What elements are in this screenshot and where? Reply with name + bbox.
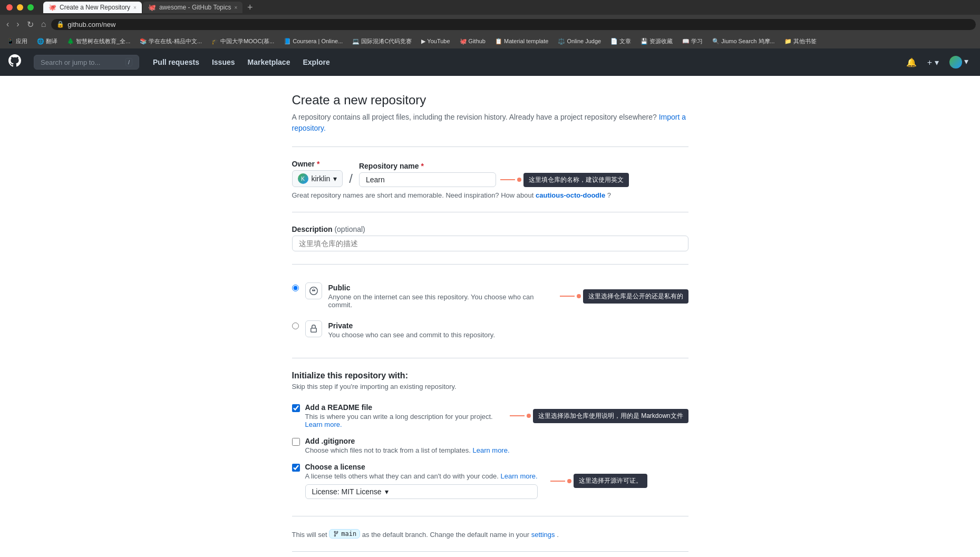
bookmark-study[interactable]: 📖学习 <box>680 36 705 46</box>
create-menu-button[interactable]: + ▾ <box>924 54 942 71</box>
bookmark-material[interactable]: 📋Material template <box>492 37 551 46</box>
bookmark-zhihushu[interactable]: 🌲智慧树在线教育_全... <box>64 36 133 46</box>
public-option: Public Anyone on the internet can see th… <box>292 277 547 315</box>
owner-avatar: K <box>298 173 308 184</box>
readme-desc: This is where you can write a long descr… <box>305 413 497 428</box>
minimize-btn[interactable] <box>17 4 23 11</box>
tab-close-2[interactable]: × <box>234 5 237 11</box>
page-subtitle: A repository contains all project files,… <box>292 112 688 134</box>
gitignore-learn-more-link[interactable]: Learn more. <box>472 446 509 454</box>
readme-learn-more-link[interactable]: Learn more. <box>305 421 342 428</box>
nav-marketplace[interactable]: Marketplace <box>242 54 296 71</box>
url-text: github.com/new <box>67 21 971 28</box>
license-select[interactable]: License: MIT License ▾ <box>305 484 538 499</box>
bookmark-translate[interactable]: 🌐翻译 <box>34 36 60 46</box>
search-bar[interactable]: Search or jump to... / <box>34 55 139 70</box>
main-content: Create a new repository A repository con… <box>0 76 980 557</box>
bookmark-resources[interactable]: 💾资源收藏 <box>638 36 675 46</box>
init-section-title: Initialize this repository with: <box>292 371 688 380</box>
public-option-row: Public Anyone on the internet can see th… <box>292 277 688 315</box>
github-nav: Search or jump to... / Pull requests Iss… <box>0 48 980 76</box>
nav-pull-requests[interactable]: Pull requests <box>148 54 205 71</box>
bookmark-coursera[interactable]: 📘Coursera | Online... <box>281 37 345 46</box>
bookmark-youtube[interactable]: ▶YouTube <box>419 37 452 46</box>
license-title: Choose a license <box>305 463 538 471</box>
public-content: Public Anyone on the internet can see th… <box>328 284 547 309</box>
bookmark-articles[interactable]: 📄文章 <box>608 36 634 46</box>
search-placeholder: Search or jump to... <box>41 58 100 66</box>
license-option-row: Choose a license A license tells others … <box>292 458 688 503</box>
private-desc: You choose who can see and commit to thi… <box>328 331 688 339</box>
private-icon <box>305 320 322 337</box>
branch-badge: main <box>329 529 360 539</box>
license-content: Choose a license A license tells others … <box>305 463 538 499</box>
gitignore-desc: Choose which files not to track from a l… <box>305 446 688 454</box>
license-tooltip-container: 这里选择开源许可证。 <box>550 474 647 488</box>
tooltip-visibility: 这里选择仓库是公开的还是私有的 <box>583 289 688 304</box>
repo-tooltip-container: 这里填仓库的名称，建议使用英文 <box>500 173 629 187</box>
forward-button[interactable]: › <box>14 18 21 30</box>
tab-icon-2: 🐙 <box>148 4 156 11</box>
suggestion-name[interactable]: cautious-octo-doodle <box>536 191 605 199</box>
refresh-button[interactable]: ↻ <box>25 18 36 31</box>
gitignore-content: Add .gitignore Choose which files not to… <box>305 437 688 454</box>
init-section-subtitle: Skip this step if you're importing an ex… <box>292 383 688 390</box>
license-checkbox[interactable] <box>292 464 300 472</box>
readme-content: Add a README file This is where you can … <box>305 403 497 428</box>
divider-4 <box>292 358 688 358</box>
tooltip-dot-4 <box>567 479 571 483</box>
private-title: Private <box>328 321 688 330</box>
divider-3 <box>292 264 688 265</box>
private-radio[interactable] <box>292 323 299 329</box>
notifications-button[interactable]: 🔔 <box>903 54 920 71</box>
private-option: Private You choose who can see and commi… <box>292 315 688 345</box>
readme-checkbox[interactable] <box>292 404 300 412</box>
tooltip-readme: 这里选择添加仓库使用说明，用的是 Markdown文件 <box>533 409 688 423</box>
nav-right: 🔔 + ▾ ▾ <box>903 53 972 72</box>
public-icon <box>305 282 322 299</box>
form-container: Create a new repository A repository con… <box>279 93 701 557</box>
public-radio[interactable] <box>292 285 299 291</box>
github-logo[interactable] <box>8 54 21 70</box>
home-button[interactable]: ⌂ <box>39 18 48 30</box>
public-title: Public <box>328 284 547 292</box>
owner-select[interactable]: K kirklin ▾ <box>292 170 343 187</box>
tab-close-1[interactable]: × <box>133 5 137 11</box>
visibility-tooltip-container: 这里选择仓库是公开的还是私有的 <box>560 289 688 304</box>
bookmark-ccode[interactable]: 💻国际混淆C代码竞赛 <box>350 36 414 46</box>
owner-name: kirklin <box>312 174 331 183</box>
tab-label-1: Create a New Repository <box>60 4 130 11</box>
settings-link[interactable]: settings <box>531 531 555 539</box>
readme-option: Add a README file This is where you can … <box>292 399 497 433</box>
bookmark-oj[interactable]: ⚖️Online Judge <box>555 37 604 46</box>
add-tab-button[interactable]: + <box>244 1 256 14</box>
license-learn-more-link[interactable]: Learn more. <box>501 472 538 480</box>
url-bar[interactable]: 🔒 github.com/new <box>51 19 976 30</box>
close-btn[interactable] <box>6 4 13 11</box>
divider-1 <box>292 146 688 147</box>
back-button[interactable]: ‹ <box>4 18 11 30</box>
bookmark-xuezai[interactable]: 📚学在在线-精品中文... <box>137 36 205 46</box>
license-dropdown-icon: ▾ <box>385 487 389 496</box>
repo-name-required-star: * <box>421 162 423 170</box>
gitignore-option: Add .gitignore Choose which files not to… <box>292 433 688 458</box>
gitignore-checkbox[interactable] <box>292 438 300 446</box>
bookmark-jiumo[interactable]: 🔍Jiumo Search 鸠摩... <box>710 36 777 46</box>
tooltip-dot-1 <box>517 178 521 182</box>
public-desc: Anyone on the internet can see this repo… <box>328 293 547 309</box>
tab-create-repo[interactable]: 🐙 Create a New Repository × <box>43 2 142 13</box>
description-input[interactable] <box>292 236 688 251</box>
bookmark-apps[interactable]: 📱应用 <box>4 36 30 46</box>
nav-explore[interactable]: Explore <box>297 54 335 71</box>
maximize-btn[interactable] <box>27 4 34 11</box>
repo-name-input[interactable] <box>359 172 496 187</box>
visibility-section: Public Anyone on the internet can see th… <box>292 277 688 345</box>
tab-awesome[interactable]: 🐙 awesome - GitHub Topics × <box>143 2 242 13</box>
bookmark-others[interactable]: 📁其他书签 <box>782 36 819 46</box>
gitignore-title: Add .gitignore <box>305 437 688 445</box>
nav-issues[interactable]: Issues <box>207 54 240 71</box>
bookmark-mooc[interactable]: 🎓中国大学MOOC(慕... <box>209 36 277 46</box>
bookmark-github[interactable]: 🐙Github <box>457 37 488 46</box>
user-menu-button[interactable]: ▾ <box>946 53 972 72</box>
license-value: License: MIT License <box>312 487 382 496</box>
